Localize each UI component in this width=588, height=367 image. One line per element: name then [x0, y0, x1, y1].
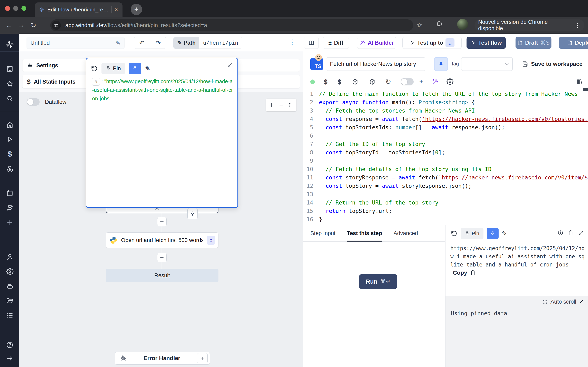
sidebar-item-runs[interactable] — [0, 133, 19, 145]
run-button[interactable]: Run ⌘↵ — [359, 274, 397, 289]
pin-toggle-button[interactable]: Pin — [102, 63, 125, 74]
step-node-id-badge: b — [207, 236, 215, 245]
back-icon[interactable]: ← — [3, 21, 15, 29]
path-button-group[interactable]: ✎ Path u/henri/pin — [173, 37, 242, 49]
extensions-puzzle-icon[interactable] — [435, 21, 443, 29]
browser-tab[interactable]: Edit Flow u/henri/pin_results × — [35, 2, 122, 17]
result-edit-pencil-icon[interactable]: ✎ — [502, 230, 507, 237]
test-up-to-button[interactable]: Test up to a — [402, 37, 462, 49]
step-pin-button[interactable] — [434, 57, 448, 71]
sidebar-item-search[interactable] — [0, 93, 19, 104]
sidebar-item-flows[interactable] — [0, 202, 19, 214]
deploy-button[interactable]: Deploy — [559, 37, 588, 49]
forward-icon[interactable]: → — [15, 21, 27, 29]
dataflow-toggle[interactable] — [26, 98, 40, 106]
bug-icon — [120, 355, 127, 362]
copy-clipboard-icon[interactable] — [568, 230, 573, 236]
profile-avatar[interactable] — [457, 19, 468, 30]
editor-settings-gear-icon[interactable] — [447, 78, 453, 85]
fit-view-icon[interactable] — [288, 102, 294, 108]
code-editor[interactable]: 1// Define the main function to fetch th… — [303, 88, 588, 225]
expand-popup-icon[interactable] — [227, 62, 233, 68]
zoom-in-icon[interactable] — [268, 102, 274, 108]
traffic-light-close[interactable] — [5, 6, 10, 11]
sidebar-item-settings[interactable] — [0, 266, 19, 277]
sidebar-collapse-arrow-icon[interactable] — [0, 353, 19, 364]
diff-button[interactable]: ±Diff — [323, 37, 349, 49]
undo-button[interactable]: ↶ — [134, 37, 150, 49]
tab-advanced[interactable]: Advanced — [393, 225, 418, 242]
expand-result-icon[interactable] — [578, 230, 584, 236]
docs-book-button[interactable] — [304, 37, 319, 49]
result-pin-active-button[interactable] — [487, 228, 499, 239]
pin-active-button[interactable] — [129, 63, 141, 74]
draft-button[interactable]: Draft ⌘S — [516, 37, 552, 49]
copy-button[interactable]: Copy — [453, 269, 476, 276]
wand-icon — [360, 40, 365, 46]
checkmark-icon[interactable]: ✔ — [579, 299, 584, 305]
result-history-icon[interactable] — [451, 230, 457, 237]
bookmark-star-icon[interactable]: ☆ — [416, 21, 423, 29]
ai-wand-icon[interactable] — [432, 78, 438, 85]
new-tab-button[interactable]: + — [131, 4, 142, 15]
tab-step-input[interactable]: Step Input — [310, 225, 336, 242]
save-to-workspace-button[interactable]: Save to workspace — [522, 57, 582, 71]
history-icon[interactable] — [91, 65, 98, 72]
sidebar-item-workers[interactable] — [0, 281, 19, 292]
result-node[interactable]: Result — [106, 269, 218, 282]
log-area: Auto scroll ✔ Using pinned data — [445, 296, 588, 367]
plus-minus-icon: ± — [329, 40, 332, 46]
sidebar-item-home[interactable] — [0, 119, 19, 131]
ai-builder-button[interactable]: AI Builder — [357, 37, 396, 49]
windmill-logo[interactable] — [0, 39, 19, 50]
error-handler-node[interactable]: Error Handler — [115, 352, 210, 365]
library-icon[interactable] — [576, 78, 583, 85]
flow-canvas[interactable]: Dataflow − Open url and fetch first 500 … — [19, 92, 303, 367]
tag-select[interactable] — [461, 57, 513, 71]
more-options-kebab-icon[interactable]: ⋮ — [289, 38, 295, 46]
variables-dollar-icon[interactable]: $ — [324, 78, 328, 86]
sidebar-item-workspace[interactable] — [0, 63, 19, 75]
sidebar-item-folders[interactable] — [0, 295, 19, 307]
editor-scrollbar-thumb[interactable] — [583, 88, 588, 91]
traffic-light-minimize[interactable] — [13, 6, 18, 11]
reload-code-icon[interactable]: ↻ — [385, 78, 391, 86]
package-icon[interactable] — [352, 78, 359, 85]
diff-plus-minus-icon[interactable]: ± — [419, 78, 423, 86]
edit-pin-pencil-icon[interactable]: ✎ — [145, 65, 150, 72]
chrome-update-button[interactable]: Nouvelle version de Chrome disponible ⋮ — [475, 19, 584, 31]
sidebar-item-favorites[interactable] — [0, 78, 19, 90]
redo-button[interactable]: ↷ — [150, 37, 166, 49]
package-icon-2[interactable] — [369, 78, 376, 85]
edit-name-pencil-icon[interactable]: ✎ — [116, 39, 121, 47]
tab-close-icon[interactable]: × — [114, 7, 118, 12]
address-bar[interactable]: app.windmill.dev/flows/edit/u/henri/pin_… — [50, 19, 413, 31]
sidebar-item-users[interactable] — [0, 251, 19, 263]
path-edit-segment[interactable]: ✎ Path — [173, 37, 199, 49]
sidebar-item-add[interactable] — [0, 217, 19, 228]
test-flow-button[interactable]: Test flow — [467, 37, 506, 49]
step-title-input[interactable]: Fetch url of HackerNews top story — [326, 57, 425, 71]
editor-toggle[interactable] — [401, 78, 414, 85]
insert-step-button-top[interactable] — [157, 217, 167, 226]
autoscroll-expand-icon[interactable] — [542, 299, 548, 305]
step-node-b[interactable]: Open url and fetch first 500 words of ..… — [106, 233, 218, 248]
site-settings-icon[interactable] — [52, 21, 61, 30]
sidebar-item-variables[interactable]: $ — [0, 148, 19, 160]
tab-test-this-step[interactable]: Test this step — [347, 225, 382, 242]
chrome-menu-kebab-icon[interactable]: ⋮ — [575, 22, 581, 29]
sidebar-item-help[interactable] — [0, 339, 19, 351]
sidebar-item-schedules[interactable] — [0, 188, 19, 199]
insert-step-button-bottom[interactable] — [157, 253, 167, 262]
result-pin-toggle-button[interactable]: Pin — [461, 228, 484, 239]
reload-icon[interactable]: ↻ — [27, 21, 40, 29]
flow-name-input[interactable]: Untitled ✎ — [26, 37, 125, 49]
node-pin-indicator-button[interactable] — [187, 208, 198, 219]
traffic-light-zoom[interactable] — [21, 6, 26, 11]
add-error-handler-button[interactable] — [197, 353, 208, 363]
sidebar-item-resources[interactable] — [0, 163, 19, 175]
resources-dollar-icon[interactable]: $ — [338, 78, 341, 86]
sidebar-item-audit-logs[interactable] — [0, 310, 19, 321]
info-icon[interactable] — [558, 230, 563, 236]
code-line: 2export async function main(): Promise<s… — [303, 98, 588, 106]
